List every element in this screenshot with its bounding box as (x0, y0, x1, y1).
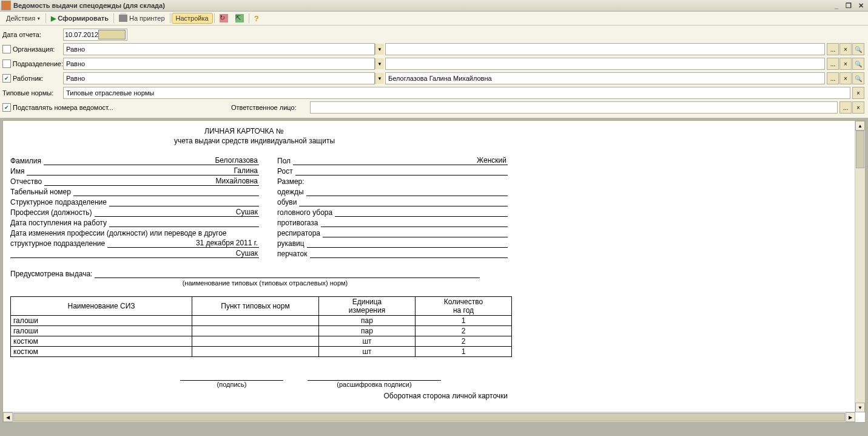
settings-label: Настройка (176, 15, 209, 22)
app-icon (1, 1, 11, 10)
signature-label: (подпись) (180, 381, 283, 388)
separator (249, 13, 249, 23)
worker-condition[interactable]: Равно (63, 72, 375, 84)
date-value: 10.07.2012 (65, 31, 98, 38)
table-row: галошипар2 (11, 326, 512, 336)
norms-value[interactable]: Типовые отраслевые нормы (63, 87, 850, 99)
refresh-button[interactable]: ↻ (216, 13, 232, 24)
print-label: На принтер (129, 15, 165, 22)
col-unit: Единицаизмерения (319, 297, 415, 316)
org-value[interactable] (385, 43, 825, 55)
scroll-up-button[interactable]: ▲ (855, 121, 865, 131)
norms-note: (наименование типовых (типовых отраслевы… (113, 279, 417, 287)
printer-icon (119, 15, 127, 22)
play-icon: ▶ (51, 15, 56, 22)
org-clear-button[interactable]: × (839, 43, 852, 55)
responsible-clear-button[interactable]: × (852, 101, 864, 114)
scroll-left-button[interactable]: ◀ (3, 412, 13, 422)
org-checkbox[interactable] (2, 45, 11, 53)
col-name: Наименование СИЗ (11, 297, 192, 316)
separator (113, 13, 114, 23)
table-row: галошипар1 (11, 316, 512, 326)
dept-clear-button[interactable]: × (839, 58, 852, 70)
worker-label: ✔ Работник: (2, 74, 63, 83)
org-search-button[interactable]: 🔍 (852, 43, 864, 55)
document-content: ЛИЧНАЯ КАРТОЧКА № учета выдачи средств и… (3, 121, 865, 422)
worker-checkbox[interactable]: ✔ (2, 74, 11, 83)
responsible-label: Ответственное лицо: (231, 104, 310, 111)
separator (170, 13, 170, 23)
maximize-button[interactable]: ❐ (843, 2, 855, 10)
ppe-table: Наименование СИЗ Пункт типовых норм Един… (10, 296, 512, 357)
help-button[interactable]: ? (251, 13, 263, 24)
close-button[interactable]: ✕ (855, 2, 867, 10)
responsible-select-button[interactable]: ... (839, 101, 852, 114)
norms-clear-button[interactable]: × (852, 87, 864, 99)
dept-checkbox[interactable] (2, 60, 11, 68)
title-bar: Ведомость выдачи спецодежды (для склада)… (0, 0, 868, 12)
dept-search-button[interactable]: 🔍 (852, 58, 864, 70)
generate-label: Сформировать (58, 15, 109, 22)
export-button[interactable]: ⇱ (232, 13, 247, 24)
date-input[interactable]: 10.07.2012 (63, 29, 127, 41)
worker-search-button[interactable]: 🔍 (852, 72, 864, 84)
norms-label: Типовые нормы: (2, 89, 63, 97)
toolbar: Действия▼ ▶ Сформировать На принтер Наст… (0, 12, 868, 26)
export-icon: ⇱ (235, 14, 244, 22)
signature-line (180, 372, 283, 381)
window-title: Ведомость выдачи спецодежды (для склада) (13, 2, 830, 9)
filter-panel: Дата отчета: 10.07.2012 Организация: Рав… (0, 26, 868, 118)
dept-select-button[interactable]: ... (827, 58, 839, 70)
separator (45, 13, 46, 23)
table-row: костюмшт1 (11, 347, 512, 357)
actions-menu[interactable]: Действия▼ (2, 13, 44, 24)
doc-title: ЛИЧНАЯ КАРТОЧКА № (204, 127, 858, 135)
dept-value[interactable] (385, 58, 825, 70)
scroll-thumb[interactable] (856, 131, 864, 168)
document-viewer: ЛИЧНАЯ КАРТОЧКА № учета выдачи средств и… (2, 120, 866, 423)
date-label: Дата отчета: (2, 31, 63, 38)
actions-label: Действия (6, 15, 35, 22)
scroll-down-button[interactable]: ▼ (855, 403, 865, 412)
print-button[interactable]: На принтер (115, 13, 169, 24)
org-condition-drop[interactable]: ▼ (375, 44, 384, 55)
minimize-button[interactable]: _ (830, 2, 843, 9)
help-icon: ? (254, 14, 259, 23)
org-condition[interactable]: Равно (63, 43, 375, 55)
issue-underline (95, 269, 480, 278)
col-point: Пункт типовых норм (192, 297, 319, 316)
scroll-thumb-h[interactable] (13, 413, 845, 421)
responsible-value[interactable] (310, 101, 838, 114)
org-select-button[interactable]: ... (827, 43, 839, 55)
refresh-icon: ↻ (220, 14, 228, 22)
worker-select-button[interactable]: ... (827, 72, 839, 84)
reverse-side-label: Оборотная сторона личной карточки (10, 392, 508, 400)
chevron-down-icon: ▼ (36, 16, 41, 21)
signature-row: (подпись) (расшифровка подписи) (180, 372, 858, 388)
vertical-scrollbar[interactable]: ▲ ▼ (855, 121, 865, 412)
dept-label: Подразделение: (2, 60, 63, 68)
worker-clear-button[interactable]: × (839, 72, 852, 84)
worker-condition-drop[interactable]: ▼ (375, 73, 384, 84)
dept-condition[interactable]: Равно (63, 58, 375, 70)
horizontal-scrollbar[interactable]: ◀ ▶ (3, 412, 855, 422)
table-row: костюмшт2 (11, 336, 512, 347)
col-qty: Количествона год (415, 297, 512, 316)
separator (214, 13, 215, 23)
dept-condition-drop[interactable]: ▼ (375, 58, 384, 69)
substitute-label: Подставлять номера ведомост... (13, 104, 231, 111)
org-label: Организация: (2, 45, 63, 53)
doc-subtitle: учета выдачи средств индивидуальной защи… (174, 137, 858, 145)
generate-button[interactable]: ▶ Сформировать (47, 13, 112, 24)
scroll-right-button[interactable]: ▶ (846, 412, 855, 422)
settings-button[interactable]: Настройка (172, 13, 213, 24)
issue-label: Предусмотрена выдача: (10, 270, 95, 278)
worker-value[interactable]: Белоглазова Галина Михайловна (385, 72, 825, 84)
decryption-line (308, 372, 441, 381)
calendar-icon[interactable] (98, 30, 126, 39)
decryption-label: (расшифровка подписи) (308, 381, 441, 388)
substitute-checkbox[interactable]: ✔ (2, 103, 11, 112)
